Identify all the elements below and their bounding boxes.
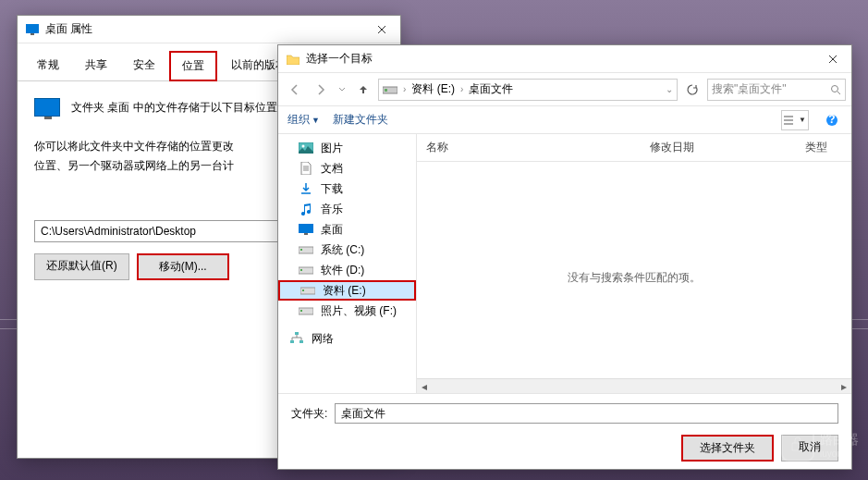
navigation-tree: 图片 文档 下载 音乐 桌面 系统 (C:) 软件 (D:) 资料 (E:) 照… (278, 134, 417, 393)
back-button[interactable] (284, 79, 306, 101)
tree-item-music[interactable]: 音乐 (278, 199, 416, 219)
svg-rect-14 (300, 269, 302, 271)
breadcrumb-folder[interactable]: 桌面文件 (469, 81, 513, 97)
tree-item-pictures[interactable]: 图片 (278, 138, 416, 158)
drive-icon (299, 242, 313, 257)
svg-point-4 (832, 85, 838, 92)
tree-item-desktop[interactable]: 桌面 (278, 219, 416, 240)
up-button[interactable] (352, 79, 374, 101)
titlebar[interactable]: 桌面 属性 (18, 16, 400, 43)
tree-item-drive-f[interactable]: 照片、视频 (F:) (278, 301, 416, 321)
svg-rect-3 (385, 89, 387, 92)
tree-item-drive-d[interactable]: 软件 (D:) (278, 260, 416, 280)
tree-item-drive-e[interactable]: 资料 (E:) (278, 280, 416, 301)
column-name[interactable]: 名称 (417, 134, 641, 161)
picture-icon (299, 141, 313, 155)
svg-rect-12 (300, 249, 302, 251)
dialog-title: 选择一个目标 (306, 51, 814, 67)
tree-item-documents[interactable]: 文档 (278, 158, 416, 178)
toolbar: 组织 ▼ 新建文件夹 ▼ ? (278, 106, 851, 134)
watermark-text: 路由器 (820, 432, 859, 449)
move-button[interactable]: 移动(M)... (137, 253, 229, 280)
tab-general[interactable]: 常规 (25, 51, 71, 80)
organize-menu[interactable]: 组织 ▼ (287, 112, 320, 128)
close-button[interactable] (363, 16, 400, 43)
forward-button[interactable] (310, 79, 332, 101)
svg-rect-16 (302, 289, 304, 291)
svg-rect-19 (295, 332, 299, 335)
desktop-icon (299, 222, 313, 237)
column-date[interactable]: 修改日期 (641, 134, 796, 161)
scroll-left-arrow[interactable]: ◂ (417, 379, 432, 394)
chevron-right-icon: › (460, 84, 463, 94)
horizontal-scrollbar[interactable]: ◂ ▸ (417, 378, 851, 393)
watermark-logo-icon (781, 428, 814, 462)
navigation-bar: › 资料 (E:) › 桌面文件 ⌄ 搜索"桌面文件" (278, 73, 851, 106)
svg-rect-22 (792, 443, 803, 450)
desktop-folder-icon (34, 98, 60, 117)
drive-icon (300, 283, 315, 298)
svg-rect-21 (300, 340, 303, 343)
chevron-down-icon[interactable]: ⌄ (666, 84, 673, 94)
titlebar[interactable]: 选择一个目标 (278, 45, 851, 73)
folder-label: 文件夹: (291, 406, 327, 422)
close-button[interactable] (814, 45, 851, 73)
svg-rect-9 (299, 224, 313, 233)
svg-rect-18 (300, 310, 302, 312)
content-area: 图片 文档 下载 音乐 桌面 系统 (C:) 软件 (D:) 资料 (E:) 照… (278, 134, 851, 393)
watermark: 路由器 luyouqi (781, 428, 859, 462)
column-type[interactable]: 类型 (796, 134, 851, 161)
watermark-sub: luyouqi (820, 449, 859, 459)
help-button[interactable]: ? (822, 110, 842, 130)
recent-button[interactable] (336, 79, 348, 101)
drive-icon (383, 84, 397, 95)
view-options-button[interactable]: ▼ (781, 110, 809, 130)
column-headers: 名称 修改日期 类型 (417, 134, 851, 162)
empty-message: 没有与搜索条件匹配的项。 (568, 270, 701, 286)
search-input[interactable]: 搜索"桌面文件" (707, 79, 846, 101)
svg-rect-1 (31, 33, 34, 35)
search-placeholder: 搜索"桌面文件" (712, 81, 830, 97)
select-target-dialog: 选择一个目标 › 资料 (E:) › 桌面文件 ⌄ (277, 44, 852, 470)
window-title: 桌面 属性 (45, 21, 363, 37)
address-bar[interactable]: › 资料 (E:) › 桌面文件 ⌄ (378, 79, 678, 101)
tab-security[interactable]: 安全 (121, 51, 167, 80)
refresh-button[interactable] (681, 79, 703, 101)
breadcrumb-drive[interactable]: 资料 (E:) (411, 81, 455, 97)
download-icon (299, 181, 313, 196)
svg-rect-0 (26, 24, 39, 33)
scroll-right-arrow[interactable]: ▸ (837, 379, 851, 394)
network-icon (289, 331, 304, 346)
svg-rect-10 (304, 233, 308, 235)
svg-text:?: ? (828, 114, 835, 126)
tab-location[interactable]: 位置 (169, 51, 217, 81)
svg-point-8 (302, 145, 305, 148)
document-icon (299, 161, 313, 176)
list-body: 没有与搜索条件匹配的项。 ◂ ▸ (417, 162, 851, 393)
chevron-right-icon: › (403, 84, 406, 94)
search-icon (830, 84, 841, 95)
dialog-footer: 文件夹: 选择文件夹 取消 (278, 393, 851, 471)
new-folder-button[interactable]: 新建文件夹 (333, 112, 388, 128)
svg-rect-20 (290, 340, 294, 343)
drive-icon (299, 263, 313, 277)
file-list: 名称 修改日期 类型 没有与搜索条件匹配的项。 ◂ ▸ (417, 134, 851, 393)
desktop-icon (25, 22, 40, 37)
location-description-1: 文件夹 桌面 中的文件存储于以下目标位置 (71, 100, 277, 116)
folder-icon (286, 52, 300, 67)
folder-name-input[interactable] (335, 403, 838, 424)
tree-item-network[interactable]: 网络 (278, 328, 416, 349)
drive-icon (299, 303, 313, 318)
tree-item-drive-c[interactable]: 系统 (C:) (278, 240, 416, 260)
restore-default-button[interactable]: 还原默认值(R) (34, 253, 129, 280)
tab-sharing[interactable]: 共享 (73, 51, 119, 80)
select-folder-button[interactable]: 选择文件夹 (681, 435, 774, 462)
music-icon (299, 202, 313, 216)
tree-item-downloads[interactable]: 下载 (278, 178, 416, 199)
